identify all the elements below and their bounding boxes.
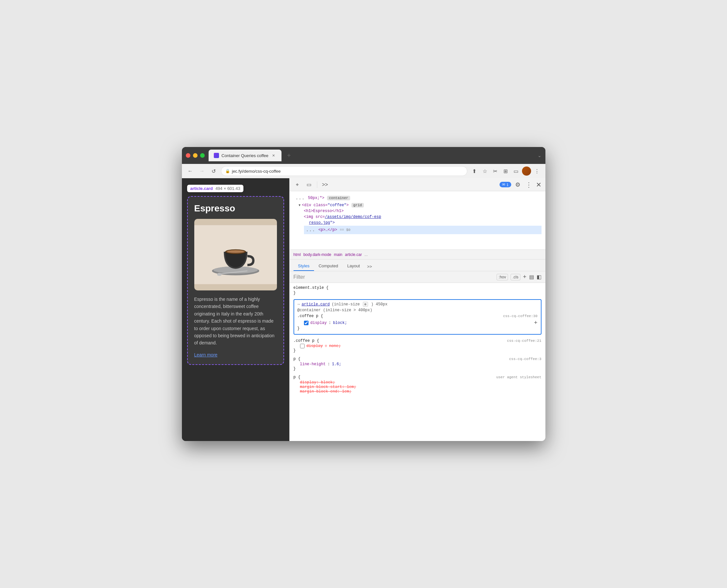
- rule-closing-coffee-p: }: [294, 348, 542, 353]
- filter-label: Filter: [294, 274, 305, 280]
- element-label-name: article.card: [190, 186, 213, 191]
- css-prop-display-block: display : block; +: [304, 320, 538, 326]
- devtools-panel: ⌖ ▭ >> ✉ 1 ⚙ ⋮ ✕ ... 50px;"> container: [289, 178, 545, 441]
- html-line-2: ▼ <div class="coffee"> grid: [299, 202, 542, 208]
- tab-more[interactable]: >>: [364, 262, 375, 271]
- ua-margin-start: margin-block-start: 1em;: [300, 385, 356, 389]
- css-rule-p: p { css-cq-coffee:3 line-height : 1.6; }: [294, 357, 542, 371]
- brace-close-3: }: [294, 348, 296, 353]
- reload-button[interactable]: ↺: [209, 167, 218, 175]
- sidebar-button[interactable]: ▭: [511, 167, 521, 175]
- ua-display: display: block;: [300, 380, 335, 385]
- breadcrumb-article[interactable]: article.car: [345, 252, 362, 257]
- mac-window: Container Queries coffee ✕ + ⌄ ← → ↺ 🔒 j…: [182, 147, 545, 441]
- html-line-5: resso.jpg">: [309, 220, 542, 226]
- devtools-toolbar: ⌖ ▭ >> ✉ 1 ⚙ ⋮ ✕: [290, 178, 545, 191]
- close-button[interactable]: [186, 153, 190, 158]
- tag-2[interactable]: <div class="coffee">: [302, 203, 349, 208]
- breadcrumb-body[interactable]: body.dark-mode: [303, 252, 331, 257]
- html-line-4: <img src=/assets/img/demo/cof-esp: [304, 214, 542, 220]
- notification-badge[interactable]: ✉ 1: [500, 182, 511, 187]
- address-input[interactable]: 🔒 jec.fyi/demo/css-cq-coffee: [221, 166, 467, 176]
- share-button[interactable]: ⬆: [470, 167, 479, 175]
- active-tab[interactable]: Container Queries coffee ✕: [208, 150, 282, 161]
- inline-size-badge[interactable]: ⊕: [363, 302, 368, 307]
- css-rules: element.style { } → article.card (inline…: [290, 283, 545, 441]
- rule-closing-p: }: [294, 366, 542, 371]
- element-label: article.card 494 × 601.43: [187, 185, 244, 192]
- css-prop-ua-margin-start: margin-block-start: 1em;: [300, 385, 542, 389]
- rule-closing-boxed: }: [298, 326, 538, 331]
- dots-1: ...: [294, 194, 307, 202]
- style-tabs: Styles Computed Layout >>: [290, 259, 545, 271]
- user-agent-comment: user agent stylesheet: [496, 375, 542, 379]
- file-ref-3[interactable]: css-cq-coffee:3: [509, 357, 541, 361]
- maximize-button[interactable]: [200, 153, 205, 158]
- tag-p-selected[interactable]: <p>…</p>: [318, 228, 337, 232]
- dollar-zero: == $0: [340, 228, 350, 232]
- style-editor-button[interactable]: ▤: [529, 274, 534, 280]
- tab-menu-chevron[interactable]: ⌄: [538, 153, 542, 158]
- tag-img[interactable]: <img src=/assets/img/demo/cof-esp: [304, 215, 381, 219]
- lock-icon: 🔒: [225, 169, 230, 173]
- back-button[interactable]: ←: [186, 167, 195, 175]
- scissors-button[interactable]: ✂: [491, 167, 500, 175]
- css-prop-ua-display: display: block;: [300, 380, 542, 385]
- selector-article-card[interactable]: article.card: [302, 302, 330, 307]
- prop-checkbox-2[interactable]: [300, 344, 305, 348]
- file-ref-1[interactable]: css-cq-coffee:30: [503, 314, 538, 318]
- element-picker-button[interactable]: ⌖: [292, 180, 303, 190]
- add-prop-button-1[interactable]: +: [534, 320, 538, 326]
- prop-checkbox-1[interactable]: [304, 321, 308, 325]
- learn-more-link[interactable]: Learn more: [194, 352, 218, 357]
- css-prop-line-height: line-height : 1.6;: [300, 362, 542, 366]
- tag-img-cont: resso.jpg">: [309, 220, 335, 225]
- extensions-button[interactable]: ⊞: [501, 167, 510, 175]
- size-value: ) 450px: [371, 302, 387, 307]
- add-style-rule-button[interactable]: +: [523, 274, 527, 280]
- filter-cls-button[interactable]: .cls: [510, 274, 520, 280]
- settings-button[interactable]: ⚙: [512, 181, 523, 188]
- prop-colon-3: :: [328, 362, 330, 366]
- tab-layout[interactable]: Layout: [343, 261, 364, 271]
- css-rule-coffee-p: .coffee p { css-cq-coffee:21 display : n…: [294, 339, 542, 353]
- file-ref-2[interactable]: css-cq-coffee:21: [507, 339, 542, 343]
- device-mode-button[interactable]: ▭: [304, 180, 315, 190]
- triangle-2[interactable]: ▼: [299, 204, 301, 207]
- tab-close-button[interactable]: ✕: [271, 153, 276, 158]
- css-rule-element-style: element.style { }: [294, 286, 542, 295]
- computed-sidebar-button[interactable]: ◧: [537, 274, 542, 280]
- selector-coffee-p-2: .coffee p {: [294, 339, 319, 343]
- tag-h1[interactable]: <h1>Espresso</h1>: [304, 209, 344, 213]
- forward-button[interactable]: →: [198, 167, 207, 175]
- minimize-button[interactable]: [193, 153, 198, 158]
- tab-styles[interactable]: Styles: [294, 261, 314, 271]
- tab-computed[interactable]: Computed: [314, 261, 343, 271]
- prop-colon-2: :: [325, 344, 327, 348]
- arrow-indicator: →: [298, 302, 300, 307]
- card-description: Espresso is the name of a highly concent…: [194, 296, 277, 347]
- html-line-selected[interactable]: ... <p>…</p> == $0: [304, 226, 542, 234]
- coffee-illustration: [194, 219, 277, 290]
- card-title: Espresso: [194, 203, 277, 214]
- badge-count: 1: [506, 183, 508, 187]
- rule-header-p: p { css-cq-coffee:3: [294, 357, 542, 361]
- new-tab-button[interactable]: +: [284, 151, 294, 160]
- prop-colon-1: :: [329, 321, 331, 325]
- prop-name-display-none: display: [306, 344, 323, 348]
- tab-label: Container Queries coffee: [222, 153, 268, 158]
- breadcrumb-html[interactable]: html: [294, 252, 301, 257]
- address-bar: ← → ↺ 🔒 jec.fyi/demo/css-cq-coffee ⬆ ☆ ✂…: [182, 164, 545, 178]
- user-avatar[interactable]: [522, 167, 531, 175]
- devtools-menu-button[interactable]: ⋮: [524, 181, 533, 189]
- rule-header-boxed-3: .coffee p { css-cq-coffee:30: [298, 314, 538, 318]
- breadcrumb-main[interactable]: main: [334, 252, 342, 257]
- filter-hov-button[interactable]: :hov: [497, 274, 508, 280]
- tag-1[interactable]: 50px;">: [308, 196, 324, 200]
- svg-point-7: [217, 273, 222, 276]
- more-tools-button[interactable]: >>: [320, 180, 330, 190]
- menu-button[interactable]: ⋮: [532, 167, 542, 175]
- devtools-close-button[interactable]: ✕: [535, 181, 543, 189]
- bookmark-button[interactable]: ☆: [480, 167, 489, 175]
- brace-close-1: }: [294, 291, 296, 295]
